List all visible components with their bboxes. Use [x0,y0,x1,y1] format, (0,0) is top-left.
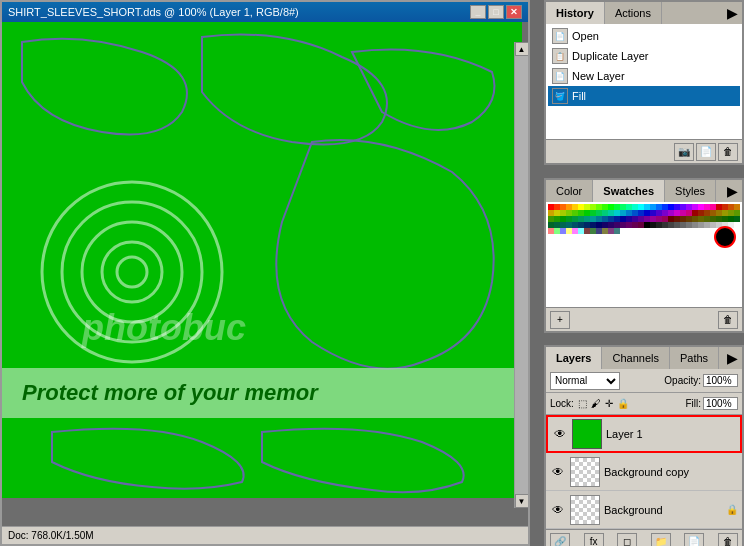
scroll-bar-right[interactable]: ▲ ▼ [514,42,528,508]
swatch-cell[interactable] [614,228,620,234]
layers-panel: Layers Channels Paths ▶ Normal Multiply … [544,345,744,546]
swatches-grid [546,202,742,236]
swatches-content [546,202,742,307]
tab-actions[interactable]: Actions [605,2,662,24]
background-visibility[interactable]: 👁 [550,502,566,518]
history-new-layer-icon: 📄 [552,68,568,84]
swatch-cell[interactable] [734,222,740,228]
opacity-control: Opacity: 100% [664,374,738,387]
scroll-down-arrow[interactable]: ▼ [515,494,529,508]
layer-item-bg-copy[interactable]: 👁 Background copy [546,453,742,491]
green-banner: Protect more of your memor [2,368,522,418]
layer-item-layer1[interactable]: 👁 Layer 1 [546,415,742,453]
canvas-area: photobuc Protect more of your memor ▲ ▼ [2,22,528,526]
history-fill-label: Fill [572,90,586,102]
lock-transparent-icon[interactable]: ⬚ [578,398,587,409]
minimize-button[interactable]: _ [470,5,486,19]
bgcopy-thumbnail [570,457,600,487]
opacity-label: Opacity: [664,375,701,386]
layer1-thumbnail [572,419,602,449]
color-panel-tabs: Color Swatches Styles ▶ [546,180,742,202]
main-window: SHIRT_SLEEVES_SHORT.dds @ 100% (Layer 1,… [0,0,530,546]
layers-lock-row: Lock: ⬚ 🖌 ✛ 🔒 Fill: 100% [546,393,742,415]
scroll-track[interactable] [515,56,528,494]
history-item-fill[interactable]: 🪣 Fill [548,86,740,106]
history-duplicate-label: Duplicate Layer [572,50,648,62]
history-panel-tabs: History Actions ▶ [546,2,742,24]
layer-item-background[interactable]: 👁 Background 🔒 [546,491,742,529]
image-content: photobuc Protect more of your memor [2,22,522,498]
history-item-new-layer[interactable]: 📄 New Layer [548,66,740,86]
background-thumbnail [570,495,600,525]
history-open-label: Open [572,30,599,42]
layers-mask-button[interactable]: ◻ [617,533,637,547]
history-panel-menu[interactable]: ▶ [723,2,742,24]
history-item-duplicate[interactable]: 📋 Duplicate Layer [548,46,740,66]
layers-new-button[interactable]: 📄 [684,533,704,547]
bgcopy-name: Background copy [604,466,738,478]
history-duplicate-icon: 📋 [552,48,568,64]
svg-point-3 [102,242,162,302]
main-window-title: SHIRT_SLEEVES_SHORT.dds @ 100% (Layer 1,… [8,6,299,18]
delete-swatch-button[interactable]: 🗑 [718,311,738,329]
fill-control: Fill: 100% [685,397,738,410]
history-delete-button[interactable]: 🗑 [718,143,738,161]
bgcopy-visibility[interactable]: 👁 [550,464,566,480]
layers-panel-tabs: Layers Channels Paths ▶ [546,347,742,369]
color-panel-bottom: + 🗑 [546,307,742,331]
window-controls: _ □ ✕ [470,5,522,19]
tab-color[interactable]: Color [546,180,593,202]
tab-history[interactable]: History [546,2,605,24]
svg-point-4 [117,257,147,287]
tab-paths[interactable]: Paths [670,347,719,369]
background-name: Background [604,504,722,516]
opacity-value[interactable]: 100% [703,374,738,387]
tab-layers[interactable]: Layers [546,347,602,369]
history-item-open[interactable]: 📄 Open [548,26,740,46]
selected-color-indicator[interactable] [714,226,736,248]
color-panel: Color Swatches Styles ▶ + 🗑 [544,178,744,333]
tab-channels[interactable]: Channels [602,347,669,369]
scroll-up-arrow[interactable]: ▲ [515,42,529,56]
photobucket-watermark: photobuc [82,307,246,349]
color-panel-menu[interactable]: ▶ [723,180,742,202]
lock-label: Lock: [550,398,574,409]
lock-position-icon[interactable]: ✛ [605,398,613,409]
history-panel: History Actions ▶ 📄 Open 📋 Duplicate Lay… [544,0,744,165]
layers-link-button[interactable]: 🔗 [550,533,570,547]
history-new-snapshot-button[interactable]: 📷 [674,143,694,161]
tab-styles[interactable]: Styles [665,180,716,202]
canvas-svg [2,22,522,498]
fill-label: Fill: [685,398,701,409]
history-new-document-button[interactable]: 📄 [696,143,716,161]
layers-effects-button[interactable]: fx [584,533,604,547]
layers-group-button[interactable]: 📁 [651,533,671,547]
status-bar: Doc: 768.0K/1.50M [2,526,528,544]
maximize-button[interactable]: □ [488,5,504,19]
history-new-layer-label: New Layer [572,70,625,82]
layers-bottom-bar: 🔗 fx ◻ 📁 📄 🗑 [546,529,742,546]
layers-controls: Normal Multiply Screen Opacity: 100% [546,369,742,393]
fill-value[interactable]: 100% [703,397,738,410]
history-items-list: 📄 Open 📋 Duplicate Layer 📄 New Layer 🪣 F… [546,24,742,139]
lock-image-icon[interactable]: 🖌 [591,398,601,409]
tab-swatches[interactable]: Swatches [593,180,665,202]
main-window-titlebar: SHIRT_SLEEVES_SHORT.dds @ 100% (Layer 1,… [2,2,528,22]
layer1-visibility[interactable]: 👁 [552,426,568,442]
status-text: Doc: 768.0K/1.50M [8,530,94,541]
history-fill-icon: 🪣 [552,88,568,104]
history-open-icon: 📄 [552,28,568,44]
blend-mode-select[interactable]: Normal Multiply Screen [550,372,620,390]
history-panel-bottom: 📷 📄 🗑 [546,139,742,163]
layer1-name: Layer 1 [606,428,736,440]
background-lock-icon: 🔒 [726,504,738,515]
close-button[interactable]: ✕ [506,5,522,19]
new-swatch-button[interactable]: + [550,311,570,329]
lock-all-icon[interactable]: 🔒 [617,398,629,409]
layers-panel-menu[interactable]: ▶ [723,347,742,369]
banner-text: Protect more of your memor [22,380,318,406]
layers-delete-button[interactable]: 🗑 [718,533,738,547]
